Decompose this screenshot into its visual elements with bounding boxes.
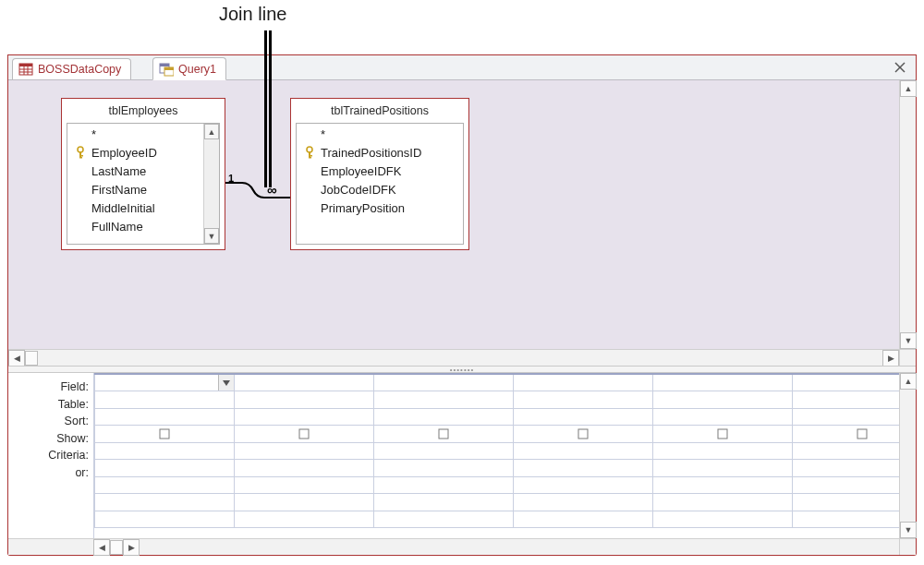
field-item[interactable]: JobCodeIDFK [297,180,463,198]
grid-cell-or[interactable] [374,511,514,528]
grid-cell-show[interactable] [514,426,653,443]
field-item[interactable]: * [67,125,219,143]
field-item[interactable]: EmployeeID [67,143,219,162]
show-checkbox[interactable] [299,428,310,439]
grid-vertical-scrollbar[interactable]: ▲ ▼ [899,373,916,538]
grid-cell-or[interactable] [235,511,374,528]
grid-cell-show[interactable] [374,426,514,443]
show-checkbox[interactable] [439,428,449,439]
field-item[interactable]: EmployeeIDFK [297,162,463,180]
grid-cell-table[interactable] [793,391,900,409]
grid-cell-show[interactable] [95,426,235,443]
grid-cell-criteria[interactable] [514,442,653,460]
grid-cell-sort[interactable] [653,408,793,426]
grid-cell-or[interactable] [374,494,514,511]
grid-cell-criteria[interactable] [235,442,374,460]
grid-cell-or[interactable] [653,511,793,528]
design-horizontal-scrollbar[interactable]: ◀ ▶ [8,349,899,366]
grid-cell-or[interactable] [235,460,374,477]
grid-cell-table[interactable] [653,391,793,409]
grid-cell-or[interactable] [514,476,653,494]
grid-cell-criteria[interactable] [95,442,235,460]
svg-rect-14 [79,155,83,157]
grid-cell-field[interactable] [374,374,514,391]
field-item[interactable]: MiddleInitial [67,198,219,217]
grid-cell-field[interactable] [514,374,653,391]
grid-cell-or[interactable] [374,476,514,494]
tab-query1[interactable]: Query1 [152,57,226,80]
field-item[interactable]: PrimaryPosition [297,198,463,217]
scroll-thumb[interactable] [25,351,38,366]
grid-cell-or[interactable] [95,476,235,494]
field-item[interactable]: FirstName [67,180,219,198]
grid-cell-sort[interactable] [514,408,653,426]
grid-cell-show[interactable] [235,426,374,443]
grid-cell-or[interactable] [374,460,514,477]
grid-cell-or[interactable] [235,476,374,494]
grid-cell-sort[interactable] [374,408,514,426]
show-checkbox[interactable] [578,428,589,439]
grid-cell-show[interactable] [653,426,793,443]
design-vertical-scrollbar[interactable]: ▲ ▼ [899,80,916,349]
show-checkbox[interactable] [160,428,170,439]
tab-bossdatacopy[interactable]: BOSSDataCopy [12,58,131,80]
scroll-right-button[interactable]: ▶ [123,539,140,556]
table-tblemployees[interactable]: tblEmployees * EmployeeID LastName First… [61,98,225,250]
scroll-down-button[interactable]: ▼ [204,228,219,244]
table-tbltrainedpositions[interactable]: tblTrainedPositions * TrainedPositionsID… [290,98,469,250]
field-item[interactable]: TrainedPositionsID [297,143,463,162]
grid-cell-or[interactable] [95,494,235,511]
grid-cell-or[interactable] [793,476,900,494]
grid-cell-criteria[interactable] [374,442,514,460]
scroll-down-button[interactable]: ▼ [900,332,917,349]
scroll-right-button[interactable]: ▶ [882,350,899,367]
show-checkbox[interactable] [857,428,868,439]
annotation-label: Join line [219,4,286,25]
grid-cell-sort[interactable] [235,408,374,426]
field-item[interactable]: LastName [67,162,219,180]
query-design-pane[interactable]: tblEmployees * EmployeeID LastName First… [8,79,916,366]
grid-cell-or[interactable] [653,476,793,494]
grid-cell-or[interactable] [514,494,653,511]
grid-cell-or[interactable] [514,511,653,528]
grid-cell-criteria[interactable] [793,442,900,460]
scroll-up-button[interactable]: ▲ [204,124,219,139]
scroll-up-button[interactable]: ▲ [900,373,917,390]
field-item[interactable]: * [297,125,463,143]
grid-cell-show[interactable] [793,426,900,443]
grid-cell-sort[interactable] [793,408,900,426]
show-checkbox[interactable] [718,428,728,439]
grid-cell-table[interactable] [95,391,235,409]
join-line[interactable]: 1 ∞ [225,180,290,200]
grid-cell-field[interactable] [95,374,235,391]
grid-cell-or[interactable] [95,460,235,477]
pane-splitter[interactable]: ••••••• [8,366,916,373]
grid-cell-or[interactable] [793,494,900,511]
scroll-left-button[interactable]: ◀ [93,539,110,556]
dropdown-button[interactable] [218,375,234,391]
grid-cell-table[interactable] [374,391,514,409]
grid-cell-or[interactable] [95,511,235,528]
grid-cell-sort[interactable] [95,408,235,426]
grid-cell-or[interactable] [653,494,793,511]
grid-cell-field[interactable] [653,374,793,391]
grid-cell-or[interactable] [793,511,900,528]
grid-cell-or[interactable] [653,460,793,477]
grid-cell-field[interactable] [793,374,900,391]
scroll-thumb[interactable] [110,540,123,555]
grid-cell-or[interactable] [235,494,374,511]
scroll-up-button[interactable]: ▲ [900,80,917,97]
grid-cell-criteria[interactable] [653,442,793,460]
close-button[interactable] [893,60,907,75]
grid-horizontal-scrollbar[interactable]: ◀ ▶ [93,538,899,555]
field-item[interactable]: FullName [67,217,219,235]
fieldlist-scrollbar[interactable]: ▲ ▼ [203,124,219,244]
table-title: tblEmployees [62,99,225,123]
scroll-down-button[interactable]: ▼ [900,522,917,538]
grid-cell-table[interactable] [235,391,374,409]
grid-cell-or[interactable] [793,460,900,477]
scroll-left-button[interactable]: ◀ [8,350,25,367]
grid-cell-table[interactable] [514,391,653,409]
grid-cell-or[interactable] [514,460,653,477]
grid-cell-field[interactable] [235,374,374,391]
